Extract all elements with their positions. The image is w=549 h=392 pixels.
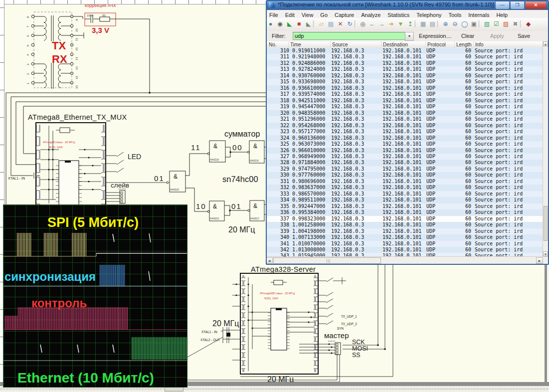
toolbar-icon-coloring-rules[interactable]: ▨ — [501, 18, 511, 30]
menu-item-tools[interactable]: Tools — [445, 11, 465, 18]
toolbar-icon-zoom-100[interactable]: ◯ — [460, 18, 469, 30]
packet-row[interactable]: 3330.986570000192.168.0.3192.168.0.101UD… — [266, 191, 544, 197]
toolbar-icon-capture-start[interactable]: ◣ — [285, 18, 294, 30]
menu-item-edit[interactable]: Edit — [282, 11, 298, 18]
clear-button[interactable]: Clear — [461, 33, 474, 39]
packet-list-vscrollbar[interactable]: ▲ ▼ — [543, 41, 548, 256]
toolbar-icon-file-save[interactable]: ▤ — [326, 18, 336, 30]
toolbar-icon-list-interfaces[interactable]: ● — [266, 18, 275, 30]
packet-row[interactable]: 3360.995384000192.168.0.3192.168.0.101UD… — [266, 209, 544, 215]
packet-row[interactable]: 3280.971884000192.168.0.3192.168.0.101UD… — [266, 160, 544, 166]
menu-item-help[interactable]: Help — [493, 11, 511, 18]
packet-row[interactable]: 3130.927824000192.168.0.3192.168.0.101UD… — [266, 66, 544, 72]
packet-row[interactable]: 3150.933698000192.168.0.3192.168.0.101UD… — [266, 79, 544, 85]
schematic-hscroll-thumb[interactable] — [165, 387, 183, 392]
packet-cell: 60 — [454, 48, 471, 54]
scroll-right-arrow[interactable]: ▶ — [536, 257, 543, 264]
packet-row[interactable]: 3391.004198000192.168.0.3192.168.0.101UD… — [266, 228, 544, 234]
col-info[interactable]: Info — [473, 41, 484, 48]
packet-row[interactable]: 3100.919011000192.168.0.3192.168.0.101UD… — [266, 48, 544, 54]
packet-row[interactable]: 3401.007133000192.168.0.3192.168.0.101UD… — [266, 234, 544, 240]
packet-row[interactable]: 3110.921948000192.168.0.3192.168.0.101UD… — [266, 54, 544, 60]
toolbar-icon-capture-stop[interactable]: ■ — [294, 18, 304, 30]
toolbar-icon-filter-funnel[interactable]: ▼ — [396, 18, 405, 30]
toolbar-icon-file-open[interactable]: ▱ — [317, 18, 326, 30]
minimize-button[interactable]: — — [495, 1, 510, 9]
toolbar-icon-reload[interactable]: ↻ — [345, 18, 355, 30]
col-destination[interactable]: Destination — [381, 41, 408, 48]
packet-row[interactable]: 3270.968949000192.168.0.3192.168.0.101UD… — [266, 154, 544, 160]
toolbar-icon-colorize[interactable]: ▧ — [482, 18, 492, 30]
packet-cell: UDP — [426, 123, 435, 129]
packet-row[interactable]: 3300.977760000192.168.0.3192.168.0.101UD… — [266, 172, 544, 178]
toolbar-icon-resize-columns[interactable]: ▣ — [469, 18, 479, 30]
packet-row[interactable]: 3260.966010000192.168.0.3192.168.0.101UD… — [266, 148, 544, 154]
packet-cell: 0.966010000 — [292, 148, 325, 154]
menu-item-internals[interactable]: Internals — [465, 11, 493, 18]
toolbar-icon-help[interactable]: ◆ — [524, 18, 533, 30]
col-no[interactable]: No. — [267, 41, 277, 48]
scroll-down-arrow[interactable]: ▼ — [543, 251, 548, 256]
packet-row[interactable]: 3381.001258000192.168.0.3192.168.0.101UD… — [266, 222, 544, 228]
menu-item-view[interactable]: View — [298, 11, 317, 18]
packet-row[interactable]: 3230.957177000192.168.0.3192.168.0.101UD… — [266, 129, 544, 135]
toolbar-icon-capture-options[interactable]: ◉ — [275, 18, 285, 30]
toolbar-icon-go-back[interactable]: ← — [367, 18, 377, 30]
packet-list-hscrollbar[interactable]: ◀ ▶ — [266, 256, 549, 264]
packet-row[interactable]: 3411.010070000192.168.0.3192.168.0.101UD… — [266, 241, 544, 247]
packet-row[interactable]: 3240.960136000192.168.0.3192.168.0.101UD… — [266, 135, 544, 141]
filter-dropdown-button[interactable]: ▼ — [405, 32, 414, 41]
toolbar-icon-capture-restart[interactable]: ◣ — [304, 18, 313, 30]
menu-item-file[interactable]: File — [266, 11, 282, 18]
col-protocol[interactable]: Protocol — [425, 41, 446, 48]
toolbar-icon-file-close[interactable]: ✕ — [336, 18, 345, 30]
toolbar-icon-zoom-in[interactable]: ⊕ — [441, 18, 450, 30]
packet-row[interactable]: 3140.930760000192.168.0.3192.168.0.101UD… — [266, 73, 544, 79]
packet-row[interactable]: 3180.942511000192.168.0.3192.168.0.101UD… — [266, 98, 544, 104]
apply-button[interactable]: Apply — [490, 33, 504, 39]
scroll-left-arrow[interactable]: ◀ — [266, 257, 273, 264]
toolbar-icon-go-forward[interactable]: → — [377, 18, 386, 30]
packet-row[interactable]: 3120.924886000192.168.0.3192.168.0.101UD… — [266, 60, 544, 66]
toolbar-icon-find-packet[interactable]: ◎ — [358, 18, 367, 30]
maximize-button[interactable]: ❐ — [510, 1, 525, 9]
menu-item-capture[interactable]: Capture — [331, 11, 358, 18]
packet-row[interactable]: 3340.989511000192.168.0.3192.168.0.101UD… — [266, 197, 544, 203]
packet-row[interactable]: 3250.963073000192.168.0.3192.168.0.101UD… — [266, 141, 544, 147]
vscroll-thumb[interactable] — [544, 206, 548, 241]
menu-item-analyze[interactable]: Analyze — [358, 11, 384, 18]
toolbar-icon-view-details[interactable]: ▤ — [428, 18, 437, 30]
menu-item-telephony[interactable]: Telephony — [413, 11, 445, 18]
close-button[interactable]: ✕ — [525, 1, 547, 9]
packet-row[interactable]: 3190.945447000192.168.0.3192.168.0.101UD… — [266, 104, 544, 110]
packet-row[interactable]: 3320.983637000192.168.0.3192.168.0.101UD… — [266, 185, 544, 191]
packet-cell: 192.168.0.3 — [331, 79, 364, 85]
col-source[interactable]: Source — [330, 41, 348, 48]
packet-row[interactable]: 3160.936610000192.168.0.3192.168.0.101UD… — [266, 85, 544, 91]
packet-row[interactable]: 3200.948358000192.168.0.3192.168.0.101UD… — [266, 110, 544, 116]
toolbar-icon-preferences[interactable]: ✖ — [511, 18, 520, 30]
packet-row[interactable]: 3370.998323000192.168.0.3192.168.0.101UD… — [266, 216, 544, 222]
filter-input[interactable] — [293, 32, 405, 40]
save-button[interactable]: Save — [518, 33, 530, 39]
packet-row[interactable]: 3170.939574000192.168.0.3192.168.0.101UD… — [266, 91, 544, 97]
menu-item-statistics[interactable]: Statistics — [384, 11, 413, 18]
packet-row[interactable]: 3210.951296000192.168.0.3192.168.0.101UD… — [266, 116, 544, 122]
toolbar-icon-zoom-out[interactable]: ⊖ — [450, 18, 460, 30]
packet-row[interactable]: 3220.954268000192.168.0.3192.168.0.101UD… — [266, 123, 544, 129]
packet-row[interactable]: 3310.980696000192.168.0.3192.168.0.101UD… — [266, 179, 544, 185]
packet-row[interactable]: 3421.013008000192.168.0.3192.168.0.101UD… — [266, 247, 544, 253]
col-time[interactable]: Time — [288, 41, 301, 48]
menu-item-go[interactable]: Go — [317, 11, 331, 18]
title-bar[interactable]: *Подключение по локальной сети [Wireshar… — [266, 0, 549, 10]
toolbar-icon-auto-scroll[interactable]: ☑ — [492, 18, 501, 30]
scroll-up-arrow[interactable]: ▲ — [543, 41, 548, 46]
packet-row[interactable]: 3350.992447000192.168.0.3192.168.0.101UD… — [266, 203, 544, 209]
packet-row[interactable]: 3290.974795000192.168.0.3192.168.0.101UD… — [266, 166, 544, 172]
hscroll-thumb[interactable] — [273, 257, 381, 264]
expression-button[interactable]: Expression… — [419, 33, 451, 39]
col-length[interactable]: Length — [454, 41, 472, 48]
toolbar-icon-go-top[interactable]: ↥ — [405, 18, 415, 30]
toolbar-icon-go-to-packet[interactable]: ➔ — [386, 18, 396, 30]
toolbar-icon-view-list[interactable]: ▦ — [418, 18, 428, 30]
